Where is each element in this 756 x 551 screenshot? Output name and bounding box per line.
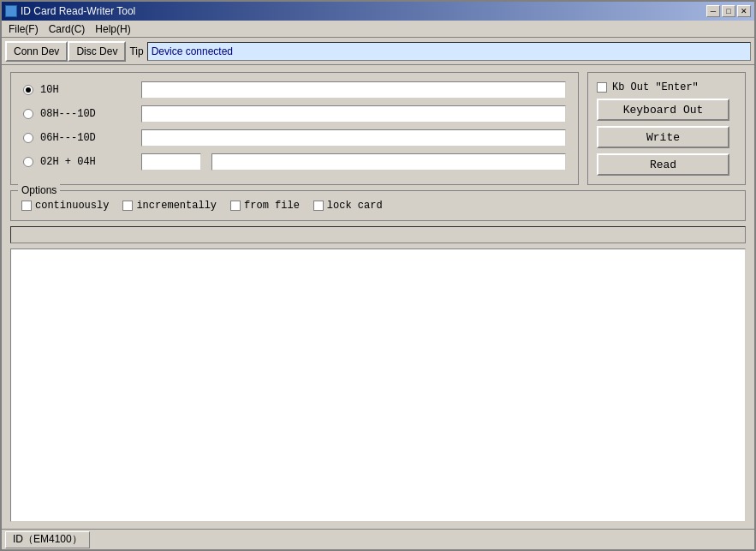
option-lock-card: lock card xyxy=(313,200,383,212)
input-02h-a[interactable] xyxy=(141,153,201,171)
tip-label: Tip xyxy=(129,45,143,57)
options-row: continuously incrementally from file loc… xyxy=(21,200,735,212)
menu-help[interactable]: Help(H) xyxy=(90,22,135,36)
disc-dev-button[interactable]: Disc Dev xyxy=(68,41,126,62)
radio-row-02h: 02H + 04H xyxy=(23,153,566,171)
label-06h: 06H---10D xyxy=(40,132,134,144)
window-title: ID Card Read-Writer Tool xyxy=(21,5,135,17)
options-legend: Options xyxy=(18,184,60,196)
device-status: Device connected xyxy=(147,42,751,61)
title-bar: ID Card Read-Writer Tool ─ □ ✕ xyxy=(2,2,754,21)
radio-02h[interactable] xyxy=(23,157,33,167)
progress-bar xyxy=(10,226,746,243)
app-icon xyxy=(5,5,17,17)
menu-file[interactable]: File(F) xyxy=(3,22,44,36)
keyboard-out-button[interactable]: Keyboard Out xyxy=(597,99,729,121)
label-continuously: continuously xyxy=(35,200,109,212)
main-window: ID Card Read-Writer Tool ─ □ ✕ File(F) C… xyxy=(0,0,756,551)
radio-row-06h: 06H---10D xyxy=(23,129,566,147)
radio-06h[interactable] xyxy=(23,133,33,143)
label-08h: 08H---10D xyxy=(40,108,134,120)
title-bar-text: ID Card Read-Writer Tool xyxy=(5,5,135,17)
kb-enter-row: Kb Out "Enter" xyxy=(597,81,699,93)
radio-10h[interactable] xyxy=(23,85,33,95)
checkbox-incrementally[interactable] xyxy=(122,201,133,211)
checkbox-lock-card[interactable] xyxy=(313,201,324,211)
label-10h: 10H xyxy=(40,84,134,96)
kb-enter-label: Kb Out "Enter" xyxy=(612,81,699,93)
label-incrementally: incrementally xyxy=(136,200,217,212)
title-bar-buttons: ─ □ ✕ xyxy=(706,5,751,17)
radio-row-08h: 08H---10D xyxy=(23,105,566,123)
input-06h[interactable] xyxy=(141,129,566,147)
option-from-file: from file xyxy=(230,200,300,212)
menu-bar: File(F) Card(C) Help(H) xyxy=(2,21,754,38)
option-incrementally: incrementally xyxy=(122,200,217,212)
right-panel: Kb Out "Enter" Keyboard Out Write Read xyxy=(587,72,746,185)
label-lock-card: lock card xyxy=(327,200,383,212)
kb-enter-checkbox[interactable] xyxy=(597,82,607,93)
input-10h[interactable] xyxy=(141,81,566,99)
input-02h-b[interactable] xyxy=(211,153,566,171)
toolbar: Conn Dev Disc Dev Tip Device connected xyxy=(2,38,754,65)
input-08h[interactable] xyxy=(141,105,566,123)
checkbox-continuously[interactable] xyxy=(21,201,32,211)
close-button[interactable]: ✕ xyxy=(737,5,751,17)
conn-dev-button[interactable]: Conn Dev xyxy=(5,41,68,62)
top-section: 10H 08H---10D 06H---10D xyxy=(10,72,746,185)
minimize-button[interactable]: ─ xyxy=(706,5,720,17)
read-button[interactable]: Read xyxy=(597,153,729,176)
maximize-button[interactable]: □ xyxy=(722,5,735,17)
status-tab[interactable]: ID（EM4100） xyxy=(5,531,90,548)
main-content: 10H 08H---10D 06H---10D xyxy=(2,65,754,529)
write-button[interactable]: Write xyxy=(597,126,729,148)
log-area[interactable] xyxy=(10,249,746,522)
radio-row-10h: 10H xyxy=(23,81,566,99)
label-02h: 02H + 04H xyxy=(40,156,134,168)
label-from-file: from file xyxy=(244,200,300,212)
option-continuously: continuously xyxy=(21,200,109,212)
card-group: 10H 08H---10D 06H---10D xyxy=(10,72,579,185)
checkbox-from-file[interactable] xyxy=(230,201,241,211)
menu-card[interactable]: Card(C) xyxy=(44,22,91,36)
options-group: Options continuously incrementally from … xyxy=(10,190,746,221)
radio-08h[interactable] xyxy=(23,109,33,119)
status-bar: ID（EM4100） xyxy=(2,529,754,549)
